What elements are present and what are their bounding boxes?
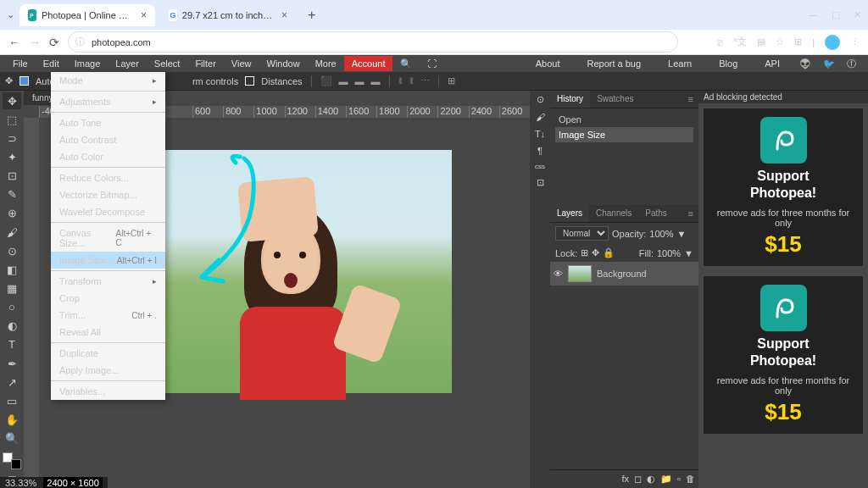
translate-icon[interactable]: ᴬ文 <box>733 36 747 48</box>
more-icon[interactable]: ⋯ <box>420 75 430 86</box>
marquee-tool[interactable]: ⬚ <box>3 111 21 128</box>
move-tool-icon[interactable]: ✥ <box>5 75 13 86</box>
link-report[interactable]: Report a bug <box>579 56 648 71</box>
grid-icon[interactable]: ⊞ <box>448 75 455 86</box>
wand-tool[interactable]: ✦ <box>3 148 21 165</box>
menu-trim[interactable]: Trim...Ctrl + . <box>51 307 165 324</box>
brush-tool[interactable]: 🖌 <box>3 224 21 241</box>
menu-image-size[interactable]: Image Size...Alt+Ctrl + I <box>51 252 165 269</box>
blend-mode-select[interactable]: Normal <box>555 226 609 241</box>
menu-transform[interactable]: Transform▸ <box>51 273 165 290</box>
zoom-tool[interactable]: 🔍 <box>3 430 21 447</box>
zoom-level[interactable]: 33.33% <box>5 478 36 488</box>
link-learn[interactable]: Learn <box>660 56 699 71</box>
background-color[interactable] <box>11 459 21 469</box>
distances-checkbox[interactable] <box>245 76 254 86</box>
tab-swatches[interactable]: Swatches <box>590 91 640 108</box>
url-input[interactable]: ⓘ photopea.com <box>68 31 678 53</box>
menu-canvas-size[interactable]: Canvas Size...Alt+Ctrl + C <box>51 225 165 252</box>
menu-image[interactable]: Image <box>67 56 108 71</box>
tab-channels[interactable]: Channels <box>589 205 638 222</box>
menu-variables[interactable]: Variables... <box>51 383 165 400</box>
folder-icon[interactable]: 📁 <box>660 474 672 485</box>
link-api[interactable]: API <box>757 56 787 71</box>
panel-menu-icon[interactable]: ≡ <box>683 205 698 222</box>
profile-avatar[interactable] <box>825 35 840 50</box>
align-center-icon[interactable]: ▬ <box>355 76 364 86</box>
mask-icon[interactable]: ◻ <box>634 474 642 485</box>
pen-tool[interactable]: ✒ <box>3 355 21 372</box>
cast-icon[interactable]: ⎚ <box>717 37 723 47</box>
shape-tool[interactable]: ▭ <box>3 392 21 409</box>
lasso-tool[interactable]: ⊃ <box>3 130 21 147</box>
layer-item[interactable]: 👁 Background <box>550 262 698 286</box>
facebook-icon[interactable]: ⓕ <box>847 58 856 70</box>
stamp-tool[interactable]: ⊙ <box>3 242 21 259</box>
bookmark-icon[interactable]: ☆ <box>776 36 784 47</box>
maximize-icon[interactable]: ▢ <box>832 9 840 20</box>
lock-all-icon[interactable]: 🔒 <box>603 247 615 258</box>
menu-select[interactable]: Select <box>147 56 188 71</box>
menu-more[interactable]: More <box>308 56 344 71</box>
delete-icon[interactable]: 🗑 <box>686 474 695 485</box>
type-tool[interactable]: T <box>3 336 21 353</box>
hand-tool[interactable]: ✋ <box>3 411 21 428</box>
menu-auto-color[interactable]: Auto Color <box>51 148 165 165</box>
lock-pixels-icon[interactable]: ⊞ <box>581 247 588 258</box>
menu-window[interactable]: Window <box>259 56 308 71</box>
menu-view[interactable]: View <box>224 56 259 71</box>
support-ad[interactable]: Support Photopea! remove ads for three m… <box>704 276 863 434</box>
dodge-tool[interactable]: ◐ <box>3 318 21 335</box>
fx-icon[interactable]: fx <box>622 474 630 485</box>
chevron-down-icon[interactable]: ⌄ <box>7 9 14 20</box>
align-right-icon[interactable]: ▬ <box>371 76 381 86</box>
browser-tab-inactive[interactable]: G 29.7 x21 cm to inches - Google × <box>160 4 296 26</box>
eyedropper-tool[interactable]: ✎ <box>3 186 21 203</box>
menu-account[interactable]: Account <box>344 56 393 71</box>
back-icon[interactable]: ← <box>8 36 20 49</box>
menu-mode[interactable]: Mode▸ <box>51 72 165 89</box>
menu-file[interactable]: File <box>5 56 36 71</box>
new-layer-icon[interactable]: ▫ <box>677 474 681 485</box>
character-panel-icon[interactable]: ⊙ <box>537 94 544 105</box>
layer-thumbnail[interactable] <box>568 265 592 282</box>
distribute-icon[interactable]: ⫴ <box>409 75 414 86</box>
menu-reveal-all[interactable]: Reveal All <box>51 324 165 341</box>
layer-name[interactable]: Background <box>597 269 647 279</box>
reddit-icon[interactable]: 👽 <box>799 58 811 69</box>
close-icon[interactable]: × <box>141 9 147 21</box>
type-panel-icon[interactable]: T↓ <box>535 129 545 139</box>
lock-position-icon[interactable]: ✥ <box>592 247 599 258</box>
browser-tab-active[interactable]: ᴘ Photopea | Online Photo Editor × <box>19 4 155 26</box>
css-panel-icon[interactable]: css <box>535 163 545 170</box>
menu-auto-tone[interactable]: Auto Tone <box>51 114 165 131</box>
menu-apply-image[interactable]: Apply Image... <box>51 362 165 379</box>
info-panel-icon[interactable]: ⊡ <box>537 177 544 188</box>
support-ad[interactable]: Support Photopea! remove ads for three m… <box>704 108 863 266</box>
close-icon[interactable]: ✕ <box>854 9 861 20</box>
menu-wavelet[interactable]: Wavelet Decompose <box>51 203 165 220</box>
crop-tool[interactable]: ⊡ <box>3 168 21 185</box>
close-icon[interactable]: × <box>281 9 287 21</box>
color-swatches[interactable] <box>3 452 21 469</box>
path-tool[interactable]: ↗ <box>3 374 21 391</box>
move-tool[interactable]: ✥ <box>3 92 21 109</box>
align-icon[interactable]: ⬛ <box>320 75 332 86</box>
gradient-tool[interactable]: ▦ <box>3 280 21 297</box>
new-tab-button[interactable]: + <box>301 8 322 23</box>
tab-paths[interactable]: Paths <box>638 205 674 222</box>
menu-adjustments[interactable]: Adjustments▸ <box>51 93 165 110</box>
blur-tool[interactable]: ○ <box>3 299 21 316</box>
forward-icon[interactable]: → <box>29 36 41 49</box>
twitter-icon[interactable]: 🐦 <box>823 58 835 69</box>
eraser-tool[interactable]: ◧ <box>3 261 21 278</box>
link-blog[interactable]: Blog <box>711 56 745 71</box>
fullscreen-icon[interactable]: ⛶ <box>420 56 444 71</box>
search-icon[interactable]: 🔍 <box>392 56 420 72</box>
history-item[interactable]: Image Size <box>555 127 693 142</box>
tab-history[interactable]: History <box>550 91 590 108</box>
fill-value[interactable]: 100% <box>657 248 681 258</box>
menu-icon[interactable]: ⋮ <box>850 36 860 47</box>
menu-edit[interactable]: Edit <box>36 56 67 71</box>
menu-vectorize[interactable]: Vectorize Bitmap... <box>51 186 165 203</box>
